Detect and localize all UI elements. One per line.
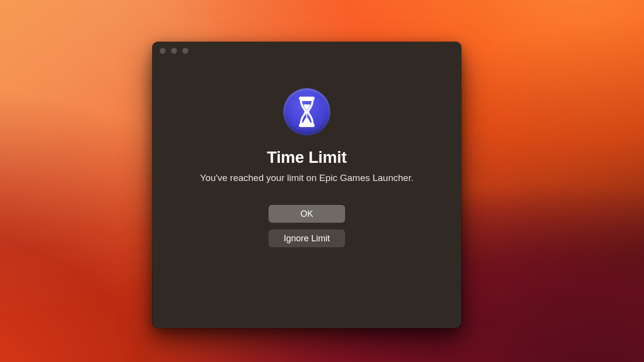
window-zoom-button[interactable] <box>182 48 188 54</box>
dialog-message: You've reached your limit on Epic Games … <box>186 173 429 183</box>
dialog-buttons: OK Ignore Limit <box>268 205 345 247</box>
dialog-content: Time Limit You've reached your limit on … <box>153 59 461 328</box>
ignore-limit-button[interactable]: Ignore Limit <box>268 230 345 247</box>
window-close-button[interactable] <box>160 48 166 54</box>
window-titlebar <box>153 42 461 59</box>
window-controls <box>160 48 188 54</box>
hourglass-icon <box>283 88 330 135</box>
dialog-title: Time Limit <box>267 148 347 167</box>
window-minimize-button[interactable] <box>171 48 177 54</box>
time-limit-dialog-window: Time Limit You've reached your limit on … <box>152 42 461 328</box>
ok-button[interactable]: OK <box>268 205 345 223</box>
svg-rect-2 <box>306 111 307 117</box>
